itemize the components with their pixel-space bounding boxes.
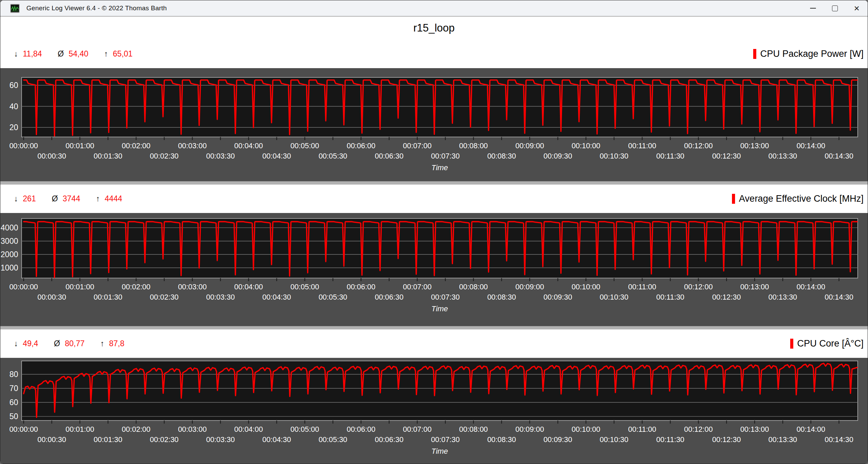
- svg-text:00:03:00: 00:03:00: [178, 142, 207, 150]
- svg-text:00:09:30: 00:09:30: [543, 152, 572, 160]
- svg-text:00:11:00: 00:11:00: [628, 425, 656, 434]
- legend-color-bar: [732, 194, 735, 204]
- svg-text:00:14:00: 00:14:00: [796, 283, 825, 291]
- svg-text:Time: Time: [431, 304, 448, 313]
- app-window: Generic Log Viewer 6.4 - © 2022 Thomas B…: [0, 0, 868, 464]
- svg-text:00:10:00: 00:10:00: [572, 283, 600, 291]
- svg-text:60: 60: [9, 398, 18, 407]
- legend-color-bar: [753, 49, 756, 59]
- svg-text:00:05:30: 00:05:30: [319, 152, 347, 160]
- svg-text:00:00:30: 00:00:30: [37, 293, 66, 301]
- chart-section-power: ↓ 11,84 Ø 54,40 ↑ 65,01 CPU Package Powe…: [0, 40, 868, 181]
- svg-text:00:07:30: 00:07:30: [431, 436, 460, 444]
- section-divider: [0, 181, 868, 185]
- svg-text:00:14:00: 00:14:00: [796, 142, 825, 150]
- chart-plot-clock[interactable]: 400030002000100000:00:0000:01:0000:02:00…: [0, 213, 868, 326]
- svg-text:00:02:30: 00:02:30: [150, 293, 179, 301]
- svg-text:00:11:30: 00:11:30: [656, 436, 684, 444]
- series-label: CPU Core [Â°C]: [790, 338, 864, 349]
- svg-text:00:04:00: 00:04:00: [234, 142, 263, 150]
- svg-text:00:09:00: 00:09:00: [515, 283, 544, 291]
- chart-plot-power[interactable]: 60402000:00:0000:01:0000:02:0000:03:0000…: [0, 68, 868, 181]
- series-title: CPU Package Power [W]: [760, 49, 864, 59]
- svg-text:00:07:00: 00:07:00: [403, 425, 432, 434]
- svg-text:00:03:00: 00:03:00: [178, 425, 207, 434]
- svg-text:00:03:30: 00:03:30: [206, 436, 235, 444]
- max-arrow-icon: ↑: [104, 49, 108, 59]
- svg-text:00:13:30: 00:13:30: [768, 152, 797, 160]
- svg-text:00:13:00: 00:13:00: [740, 425, 769, 434]
- svg-text:00:06:00: 00:06:00: [347, 283, 376, 291]
- avg-icon: Ø: [52, 194, 58, 203]
- svg-text:00:03:30: 00:03:30: [206, 152, 235, 160]
- maximize-button[interactable]: [824, 0, 846, 16]
- svg-text:00:01:30: 00:01:30: [94, 293, 122, 301]
- min-arrow-icon: ↓: [14, 49, 18, 59]
- svg-text:00:04:30: 00:04:30: [262, 436, 291, 444]
- avg-icon: Ø: [58, 49, 64, 59]
- svg-text:00:00:30: 00:00:30: [37, 436, 66, 444]
- svg-text:00:04:30: 00:04:30: [262, 152, 291, 160]
- chart-section-clock: ↓ 261 Ø 3744 ↑ 4444 Average Effective Cl…: [0, 185, 868, 326]
- svg-text:00:10:30: 00:10:30: [600, 293, 628, 301]
- svg-text:00:13:30: 00:13:30: [768, 436, 797, 444]
- svg-text:00:09:30: 00:09:30: [543, 293, 572, 301]
- max-value: 4444: [105, 194, 122, 203]
- svg-text:00:13:30: 00:13:30: [768, 293, 797, 301]
- svg-text:00:14:00: 00:14:00: [796, 425, 825, 434]
- maximize-icon: [832, 5, 838, 11]
- svg-text:00:05:30: 00:05:30: [319, 436, 347, 444]
- stats-row: ↓ 49,4 Ø 80,77 ↑ 87,8: [14, 339, 124, 348]
- series-title: CPU Core [Â°C]: [797, 338, 864, 349]
- svg-text:00:06:00: 00:06:00: [347, 425, 376, 434]
- info-row-clock: ↓ 261 Ø 3744 ↑ 4444 Average Effective Cl…: [0, 185, 868, 213]
- svg-text:00:12:30: 00:12:30: [712, 152, 741, 160]
- min-value: 49,4: [23, 339, 38, 348]
- svg-text:00:06:00: 00:06:00: [347, 142, 376, 150]
- svg-text:00:06:30: 00:06:30: [375, 436, 404, 444]
- svg-text:00:02:30: 00:02:30: [150, 436, 179, 444]
- svg-text:00:12:00: 00:12:00: [684, 283, 713, 291]
- svg-text:00:14:30: 00:14:30: [824, 152, 853, 160]
- close-button[interactable]: ✕: [846, 0, 868, 16]
- svg-text:00:08:30: 00:08:30: [487, 436, 516, 444]
- section-divider: [0, 326, 868, 329]
- info-row-power: ↓ 11,84 Ø 54,40 ↑ 65,01 CPU Package Powe…: [0, 40, 868, 68]
- legend-color-bar: [790, 339, 793, 349]
- svg-text:00:13:00: 00:13:00: [740, 283, 769, 291]
- series-label: CPU Package Power [W]: [753, 49, 864, 59]
- svg-text:00:14:30: 00:14:30: [824, 436, 853, 444]
- svg-text:00:04:00: 00:04:00: [234, 283, 263, 291]
- svg-text:Time: Time: [431, 447, 448, 455]
- svg-text:00:07:30: 00:07:30: [431, 152, 460, 160]
- svg-text:00:02:00: 00:02:00: [122, 425, 150, 434]
- svg-text:00:08:00: 00:08:00: [459, 142, 488, 150]
- chart-plot-temp[interactable]: 8070605000:00:0000:01:0000:02:0000:03:00…: [0, 358, 868, 464]
- svg-text:00:08:00: 00:08:00: [459, 283, 488, 291]
- min-arrow-icon: ↓: [14, 339, 18, 348]
- svg-text:00:05:00: 00:05:00: [291, 283, 319, 291]
- svg-text:80: 80: [9, 370, 18, 379]
- avg-icon: Ø: [54, 339, 60, 348]
- svg-text:00:06:30: 00:06:30: [375, 152, 404, 160]
- svg-text:00:09:00: 00:09:00: [515, 142, 544, 150]
- svg-text:00:03:30: 00:03:30: [206, 293, 235, 301]
- svg-text:00:10:30: 00:10:30: [600, 152, 628, 160]
- svg-text:00:06:30: 00:06:30: [375, 293, 404, 301]
- minimize-button[interactable]: [802, 0, 824, 16]
- svg-text:4000: 4000: [1, 223, 18, 232]
- series-title: Average Effective Clock [MHz]: [739, 193, 864, 204]
- stats-row: ↓ 11,84 Ø 54,40 ↑ 65,01: [14, 49, 133, 59]
- svg-text:00:07:00: 00:07:00: [403, 283, 432, 291]
- svg-text:3000: 3000: [1, 237, 18, 246]
- svg-text:Time: Time: [431, 163, 448, 172]
- max-arrow-icon: ↑: [100, 339, 105, 348]
- svg-text:00:08:30: 00:08:30: [487, 293, 516, 301]
- svg-text:50: 50: [9, 412, 18, 421]
- app-icon: [10, 4, 20, 13]
- svg-text:00:05:00: 00:05:00: [291, 425, 319, 434]
- window-title: Generic Log Viewer 6.4 - © 2022 Thomas B…: [26, 4, 167, 12]
- titlebar: Generic Log Viewer 6.4 - © 2022 Thomas B…: [0, 0, 868, 16]
- avg-value: 3744: [63, 194, 80, 203]
- svg-text:00:11:00: 00:11:00: [628, 283, 656, 291]
